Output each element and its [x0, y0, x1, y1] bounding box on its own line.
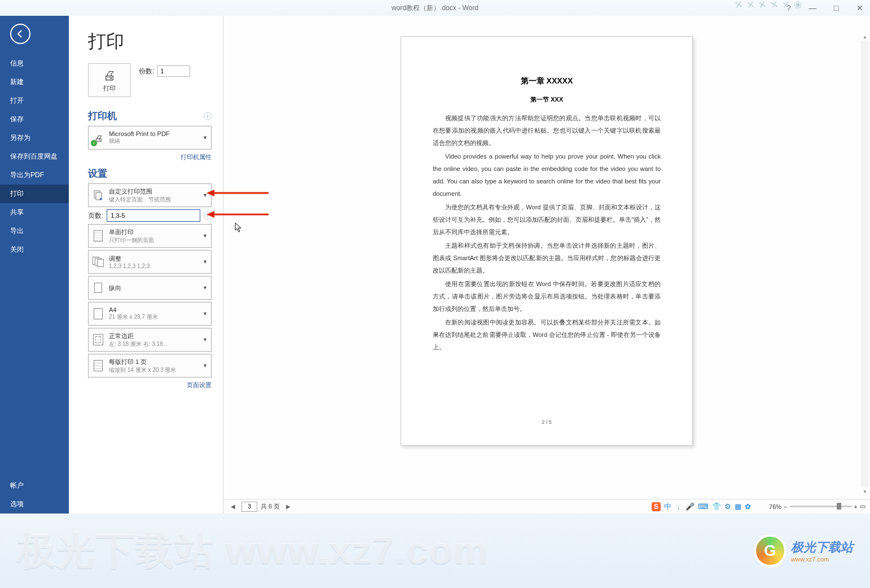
- preview-para: 主题和样式也有助于文档保持协调。当您单击设计并选择新的主题时，图片、图表或 Sm…: [433, 239, 661, 277]
- preview-para: 为使您的文档具有专业外观，Word 提供了页眉、页脚、封面和文本框设计，这些设计…: [433, 201, 661, 238]
- nav-info[interactable]: 信息: [0, 54, 69, 73]
- duplex-selector[interactable]: 单面打印 只打印一侧的页面 ▼: [88, 224, 212, 248]
- nav-account[interactable]: 帐户: [0, 476, 69, 495]
- minimize-button[interactable]: —: [806, 2, 819, 14]
- current-page-input[interactable]: [241, 502, 257, 512]
- chevron-down-icon: ▼: [203, 192, 208, 198]
- nav-open[interactable]: 打开: [0, 91, 69, 110]
- page-setup-link[interactable]: 页面设置: [88, 381, 212, 389]
- printer-properties-link[interactable]: 打印机属性: [88, 153, 212, 161]
- chevron-down-icon: ▼: [203, 285, 208, 291]
- paper-title: A4: [109, 306, 198, 313]
- next-page-button[interactable]: ▶: [283, 502, 293, 512]
- per-page-icon: [92, 358, 104, 373]
- a4-icon: [92, 306, 104, 321]
- chevron-down-icon: ▼: [203, 259, 208, 265]
- paper-sub: 21 厘米 x 29.7 厘米: [109, 313, 198, 321]
- title-decoration: ✕✕✕✕✕❀: [735, 0, 802, 11]
- orientation-selector[interactable]: 纵向 ▼: [88, 276, 212, 300]
- watermark-text: 极光下载站 www.xz7.com: [17, 525, 489, 577]
- ime-lang[interactable]: 中: [664, 502, 671, 512]
- copies-input[interactable]: [157, 65, 190, 77]
- ime-skin-icon[interactable]: 👕: [712, 502, 721, 511]
- print-panel: 打印 🖨 打印 份数: 打印机 i 🖨✓ Microsoft Print to …: [69, 16, 223, 514]
- nav-print[interactable]: 打印: [0, 185, 69, 203]
- margins-title: 正常边距: [109, 332, 198, 340]
- nav-share[interactable]: 共享: [0, 203, 69, 222]
- ime-voice-icon[interactable]: 🎤: [686, 502, 695, 511]
- prev-page-button[interactable]: ◀: [228, 502, 238, 512]
- orientation-title: 纵向: [109, 284, 198, 292]
- pages-input[interactable]: [107, 209, 200, 222]
- scroll-up-icon[interactable]: ▲: [861, 33, 869, 41]
- preview-subheading: 第一节 XXX: [433, 95, 661, 104]
- info-icon[interactable]: i: [204, 112, 212, 120]
- copies-label: 份数:: [139, 67, 154, 76]
- nav-saveas[interactable]: 另存为: [0, 129, 69, 147]
- duplex-title: 单面打印: [109, 228, 198, 236]
- settings-section-title: 设置: [88, 167, 107, 180]
- printer-icon: 🖨: [103, 68, 116, 83]
- collate-title: 调整: [109, 254, 198, 263]
- ime-punct-icon[interactable]: ，: [675, 502, 682, 512]
- printer-section-title: 打印机: [88, 109, 117, 122]
- perpage-title: 每版打印 1 页: [109, 358, 198, 366]
- ime-tool-icon[interactable]: ⚙: [724, 502, 731, 511]
- ime-menu-icon[interactable]: ▦: [735, 502, 741, 511]
- ime-settings-icon[interactable]: ✿: [745, 502, 751, 511]
- collate-selector[interactable]: 调整 1,2,3 1,2,3 1,2,3 ▼: [88, 250, 212, 274]
- nav-closefile[interactable]: 关闭: [0, 240, 69, 259]
- total-pages: 共 6 页: [261, 502, 280, 511]
- preview-para: Video provides a powerful way to help yo…: [433, 150, 661, 200]
- preview-heading: 第一章 XXXXX: [433, 76, 661, 86]
- perpage-sub: 缩放到 14 厘米 x 20.3 厘米: [109, 366, 198, 374]
- chevron-down-icon: ▼: [203, 337, 208, 343]
- printer-device-icon: 🖨✓: [92, 130, 104, 145]
- printer-selector[interactable]: 🖨✓ Microsoft Print to PDF 就绪 ▼: [88, 126, 212, 150]
- printer-name: Microsoft Print to PDF: [109, 130, 198, 137]
- scroll-down-icon[interactable]: ▼: [861, 488, 869, 495]
- preview-status-bar: ◀ 共 6 页 ▶ S 中 ， 🎤 ⌨ 👕 ⚙ ▦ ✿ 76% − +: [223, 499, 870, 514]
- nav-baidu[interactable]: 保存到百度网盘: [0, 147, 69, 166]
- pages-label: 页数:: [88, 211, 103, 221]
- watermark-logo: G 极光下载站 www.xz7.com: [754, 534, 853, 567]
- range-icon: [92, 188, 104, 203]
- nav-pdf[interactable]: 导出为PDF: [0, 166, 69, 185]
- range-sub: 键入特定页面、节或范围: [109, 196, 198, 204]
- nav-export[interactable]: 导出: [0, 222, 69, 240]
- range-title: 自定义打印范围: [109, 187, 198, 196]
- back-button[interactable]: [10, 24, 30, 44]
- margins-icon: [92, 332, 104, 347]
- chevron-down-icon: ▼: [203, 233, 208, 239]
- pages-per-sheet-selector[interactable]: 每版打印 1 页 缩放到 14 厘米 x 20.3 厘米 ▼: [88, 354, 212, 378]
- watermark: 极光下载站 www.xz7.com G 极光下载站 www.xz7.com: [0, 514, 870, 588]
- nav-options[interactable]: 选项: [0, 495, 69, 514]
- print-button-label: 打印: [103, 84, 116, 93]
- duplex-sub: 只打印一侧的页面: [109, 236, 198, 244]
- zoom-control[interactable]: 76% − + ▭: [769, 503, 865, 510]
- zoom-in-button[interactable]: +: [854, 503, 858, 510]
- chevron-down-icon: ▼: [203, 311, 208, 317]
- collate-sub: 1,2,3 1,2,3 1,2,3: [109, 263, 198, 269]
- margins-selector[interactable]: 正常边距 左: 3.18 厘米 右: 3.18... ▼: [88, 328, 212, 352]
- maximize-button[interactable]: □: [829, 2, 843, 14]
- info-icon[interactable]: i: [204, 212, 212, 220]
- portrait-icon: [92, 280, 104, 295]
- paper-size-selector[interactable]: A4 21 厘米 x 29.7 厘米 ▼: [88, 302, 212, 326]
- zoom-slider[interactable]: [790, 506, 852, 507]
- print-button[interactable]: 🖨 打印: [88, 63, 131, 97]
- sogou-icon[interactable]: S: [652, 502, 661, 511]
- preview-para: 使用在需要位置出现的新按钮在 Word 中保存时间。若要更改图片适应文档的方式，…: [433, 278, 661, 315]
- preview-scrollbar[interactable]: ▲ ▼: [861, 33, 869, 495]
- ime-keyboard-icon[interactable]: ⌨: [698, 502, 709, 511]
- preview-page-number: 2 / 5: [401, 419, 692, 425]
- nav-new[interactable]: 新建: [0, 73, 69, 91]
- close-button[interactable]: ✕: [853, 2, 867, 14]
- print-range-selector[interactable]: 自定义打印范围 键入特定页面、节或范围 ▼: [88, 183, 212, 207]
- nav-save[interactable]: 保存: [0, 110, 69, 129]
- zoom-value: 76%: [769, 503, 781, 510]
- zoom-out-button[interactable]: −: [784, 503, 787, 510]
- print-preview: 第一章 XXXXX 第一节 XXX 视频提供了功能强大的方法帮助您证明您的观点。…: [223, 16, 870, 514]
- printer-status: 就绪: [109, 137, 198, 145]
- zoom-fit-button[interactable]: ▭: [860, 503, 865, 510]
